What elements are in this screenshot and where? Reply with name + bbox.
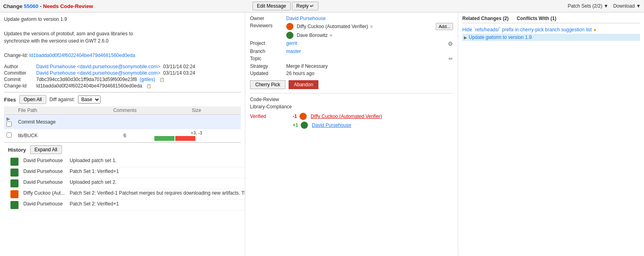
list-item: Hide `refs/heads/` prefix in cherry-pick… — [462, 26, 640, 34]
reviewer-remove-2[interactable]: ✕ — [329, 33, 332, 38]
code-review-label: Code-Review — [250, 97, 453, 102]
reviewer-avatar-2 — [286, 32, 293, 39]
committer-link[interactable]: David Pursehouse <david.pursehouse@sonym… — [36, 70, 160, 76]
change-id-value-link[interactable]: Id1badda0d0f24f6022404be479d4681560ed0ed… — [29, 53, 135, 58]
related-item-link-1[interactable]: Hide `refs/heads/` prefix in cherry-pick… — [462, 27, 592, 33]
header-bar: Change 55060 - Needs Code-Review Edit Me… — [0, 0, 644, 12]
reviewer-row-1: Diffy Cuckoo (Automated Verifier) ✕ — [286, 23, 429, 30]
cherry-pick-button[interactable]: Cherry Pick — [250, 80, 285, 89]
files-title: Files — [4, 97, 16, 103]
gitiles-link[interactable]: (gitiles) — [139, 77, 155, 82]
comments-header: Comments — [98, 106, 152, 115]
history-table: David Pursehouse Uploaded patch set 1. 0… — [8, 156, 245, 211]
author-link[interactable]: David Pursehouse <david.pursehouse@sonym… — [36, 64, 160, 69]
expand-icon[interactable]: ▶ — [6, 116, 10, 122]
author-label: Author — [4, 64, 36, 69]
reviewer-1-name: Diffy Cuckoo (Automated Verifier) — [297, 24, 368, 29]
table-row: David Pursehouse Patch Set 1: Verified+1… — [8, 167, 245, 178]
history-message: Patch Set 2: Verified+1 — [67, 200, 245, 211]
settings-icon[interactable]: ⚙ — [448, 41, 453, 47]
file-checkbox[interactable] — [6, 122, 12, 127]
history-author: Diffy Cuckoo (Aut... — [21, 189, 67, 200]
related-item-link-2[interactable]: Update gwtorm to version 1.9 — [469, 35, 532, 40]
history-author: David Pursehouse — [21, 167, 67, 178]
history-message: Patch Set 1: Verified+1 — [67, 167, 245, 178]
change-id-line: Change-Id: Id1badda0d0f24f6022404be479d4… — [4, 52, 241, 59]
verified-score-neg: -1 — [293, 114, 297, 119]
commit-message: Update gwtorm to version 1.9 Updates the… — [4, 16, 241, 59]
project-link[interactable]: gerrit — [286, 41, 297, 46]
avatar — [10, 201, 18, 209]
owner-link[interactable]: David Pursehouse — [286, 16, 326, 21]
library-compliance-label: Library-Compliance — [250, 104, 453, 110]
committer-value: David Pursehouse <david.pursehouse@sonym… — [36, 70, 195, 76]
main-content: Update gwtorm to version 1.9 Updates the… — [0, 12, 644, 256]
list-item: ▶ Update gwtorm to version 1.9 — [462, 34, 640, 41]
author-row: Author David Pursehouse <david.pursehous… — [4, 64, 241, 69]
expand-all-button[interactable]: Expand All — [30, 145, 62, 154]
change-id-meta-label: Change-Id — [4, 83, 36, 89]
edit-message-button[interactable]: Edit Message — [252, 2, 291, 10]
updated-value: 26 hours ago — [286, 71, 429, 76]
verified-reviewer-pos-link[interactable]: David Pursehouse — [312, 122, 351, 128]
reviewer-2-name: Dave Borowitz — [297, 33, 328, 38]
copy-icon[interactable]: 📋 — [160, 77, 164, 82]
labels-section: Code-Review Library-Compliance Verified … — [250, 97, 453, 129]
reply-button[interactable]: Reply ↵ — [292, 2, 318, 10]
reviewer-avatar-pos — [301, 122, 308, 129]
related-changes-title: Related Changes (2) — [462, 16, 509, 21]
divider — [250, 93, 453, 93]
commit-row: Commit 7dbc394cc3d80d30c1ff9da7013d59f60… — [4, 77, 241, 82]
file-path-header: File Path — [16, 106, 98, 115]
owner-value: David Pursehouse — [286, 16, 429, 21]
size-bar-red — [175, 136, 195, 141]
add-reviewer-button[interactable]: Add... — [436, 23, 453, 30]
updated-label: Updated — [250, 71, 286, 76]
branch-label: Branch — [250, 49, 286, 54]
file-size-cell-2: +3, -3 — [152, 129, 241, 142]
branch-link[interactable]: master — [286, 49, 301, 54]
history-author: David Pursehouse — [21, 156, 67, 167]
history-message: Uploaded patch set 2. — [67, 178, 245, 189]
commit-title: Update gwtorm to version 1.9 — [4, 16, 241, 23]
table-row: ▶ Commit Message — [4, 115, 241, 130]
dot-indicator: ● — [593, 27, 596, 33]
commit-description-line1: Updates the versions of protobuf, asm an… — [4, 30, 241, 37]
diff-against-label: Diff against: — [49, 97, 75, 102]
left-panel: Update gwtorm to version 1.9 Updates the… — [0, 12, 245, 256]
reviewer-avatar-1 — [286, 23, 293, 30]
reviewer-remove-1[interactable]: ✕ — [370, 24, 373, 29]
file-path-cell-2: lib/BUCK — [16, 129, 98, 142]
strategy-label: Strategy — [250, 63, 286, 69]
size-bar-green — [154, 136, 174, 141]
abandon-button[interactable]: Abandon — [289, 80, 318, 89]
history-message: Uploaded patch set 1. — [67, 156, 245, 167]
change-id-meta-value: Id1badda0d0f24f6022404be479d4681560ed0ed… — [36, 83, 151, 89]
copy-icon-2[interactable]: 📋 — [146, 84, 151, 88]
action-buttons: Cherry Pick Abandon — [250, 80, 453, 89]
right-panel: Related Changes (2) Conflicts With (1) H… — [458, 12, 644, 256]
files-section: Files Open All Diff against: Base File P… — [4, 92, 241, 142]
patch-sets-selector[interactable]: Patch Sets (2/2) ▼ — [568, 3, 608, 9]
avatar — [10, 158, 18, 166]
file-comments-cell — [98, 115, 152, 130]
commit-value: 7dbc394cc3d80d30c1ff9da7013d59f6009e23f8… — [36, 77, 164, 82]
verified-label: Verified — [250, 114, 290, 119]
table-row: David Pursehouse Patch Set 2: Verified+1… — [8, 200, 245, 211]
commit-description-line2: synchronize with the versions used in GW… — [4, 37, 241, 45]
author-value: David Pursehouse <david.pursehouse@sonym… — [36, 64, 195, 69]
middle-panel: Owner David Pursehouse Reviewers Diffy C… — [245, 12, 458, 256]
file-checkbox-2[interactable] — [6, 132, 12, 138]
diff-against-select[interactable]: Base — [78, 95, 100, 104]
verified-score-pos: +1 — [293, 122, 298, 128]
reviewer-row-2: Dave Borowitz ✕ — [286, 32, 429, 39]
download-button[interactable]: Download ▼ — [613, 3, 641, 9]
history-section: History Expand All David Pursehouse Uplo… — [4, 142, 241, 213]
open-all-button[interactable]: Open All — [19, 95, 46, 104]
verified-pos-row: +1 David Pursehouse — [250, 122, 453, 129]
edit-topic-icon[interactable]: ✏ — [449, 56, 453, 62]
history-title: History — [8, 147, 26, 153]
project-value: gerrit — [286, 41, 429, 46]
change-id-link[interactable]: 55060 — [24, 3, 38, 9]
verified-reviewer-neg-link[interactable]: Diffy Cuckoo (Automated Verifier) — [311, 114, 382, 119]
